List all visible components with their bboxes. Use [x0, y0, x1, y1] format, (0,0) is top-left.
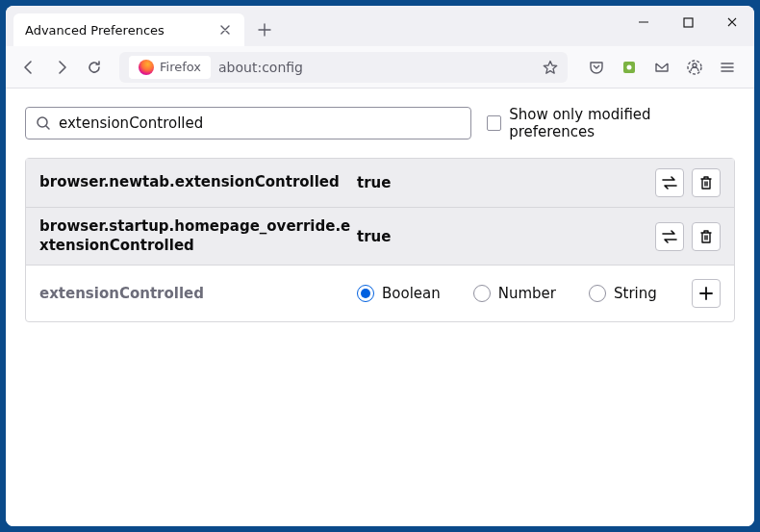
svg-point-2 [627, 64, 632, 69]
pref-search-input[interactable] [59, 114, 461, 132]
reload-button[interactable] [79, 52, 110, 83]
checkbox-icon [487, 115, 502, 131]
type-radios: Boolean Number String [357, 285, 692, 302]
new-pref-row: extensionControlled Boolean Number Strin… [26, 266, 734, 321]
radio-label: Number [498, 285, 556, 302]
trash-icon [699, 229, 713, 244]
show-modified-label: Show only modified preferences [509, 106, 735, 140]
toggle-arrows-icon [661, 176, 678, 190]
extension-icon[interactable] [614, 52, 645, 83]
url-bar[interactable]: Firefox about:config [119, 52, 568, 83]
back-button[interactable] [13, 52, 44, 83]
plus-icon [699, 287, 713, 300]
identity-box[interactable]: Firefox [129, 56, 211, 79]
pref-row[interactable]: browser.newtab.extensionControlled true [26, 159, 734, 208]
account-icon[interactable] [679, 52, 710, 83]
radio-boolean[interactable]: Boolean [357, 285, 441, 302]
url-text: about:config [218, 60, 535, 75]
bookmark-star-icon[interactable] [543, 60, 558, 75]
nav-toolbar: Firefox about:config [6, 46, 754, 89]
search-icon [36, 115, 51, 131]
pref-name: browser.startup.homepage_override.extens… [39, 217, 357, 255]
delete-button[interactable] [692, 168, 721, 197]
pref-value: true [357, 174, 655, 191]
radio-label: Boolean [382, 285, 441, 302]
radio-number[interactable]: Number [473, 285, 556, 302]
trash-icon [699, 175, 713, 190]
minimize-button[interactable] [621, 6, 666, 38]
show-modified-toggle[interactable]: Show only modified preferences [487, 106, 735, 140]
tab-title: Advanced Preferences [25, 23, 217, 38]
radio-label: String [614, 285, 657, 302]
prefs-list: browser.newtab.extensionControlled true … [25, 158, 735, 322]
toggle-arrows-icon [661, 230, 678, 243]
firefox-logo-icon [139, 60, 154, 75]
tab-bar: Advanced Preferences [6, 6, 754, 46]
app-menu-button[interactable] [712, 52, 743, 83]
radio-icon [589, 285, 606, 302]
browser-tab[interactable]: Advanced Preferences [13, 13, 244, 46]
delete-button[interactable] [692, 222, 721, 251]
maximize-button[interactable] [666, 6, 710, 38]
identity-label: Firefox [160, 60, 201, 74]
radio-string[interactable]: String [589, 285, 657, 302]
close-window-button[interactable] [710, 6, 754, 38]
pref-name: browser.newtab.extensionControlled [39, 173, 357, 192]
inbox-icon[interactable] [646, 52, 677, 83]
forward-button[interactable] [46, 52, 77, 83]
toggle-button[interactable] [655, 222, 684, 251]
pref-search-box[interactable] [25, 107, 471, 139]
pref-value: true [357, 228, 655, 245]
add-pref-button[interactable] [692, 279, 721, 308]
new-tab-button[interactable] [250, 15, 279, 44]
pocket-icon[interactable] [581, 52, 612, 83]
pref-row[interactable]: browser.startup.homepage_override.extens… [26, 208, 734, 266]
toggle-button[interactable] [655, 168, 684, 197]
close-tab-icon[interactable] [217, 22, 233, 38]
new-pref-name: extensionControlled [39, 285, 357, 302]
svg-rect-0 [684, 18, 693, 27]
radio-icon [357, 285, 374, 302]
content-area: Show only modified preferences browser.n… [6, 89, 754, 526]
radio-icon [473, 285, 491, 302]
